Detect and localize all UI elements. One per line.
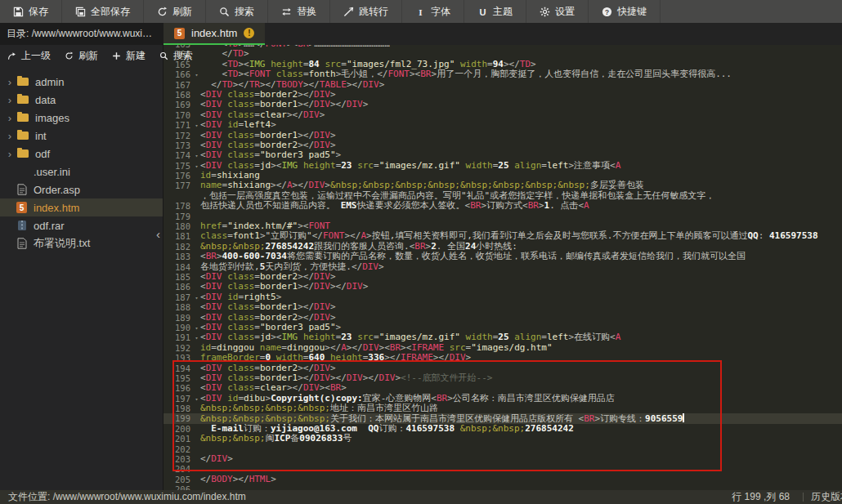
line-number: 196 [163, 383, 193, 393]
tree-folder-int[interactable]: ›int [0, 127, 163, 145]
code-editor[interactable]: 163 <TD>……</FONT><BR>……………………………………164 <… [163, 45, 842, 490]
replace-button[interactable]: 替换 [268, 0, 330, 23]
tree-item-label: Order.asp [34, 184, 80, 196]
toolbar: 保存全部保存刷新搜索替换跳转行I字体U主题设置?快捷键 [0, 0, 842, 23]
line-number: 201 [163, 434, 193, 444]
line-number: 188 [163, 302, 193, 312]
svg-text:?: ? [605, 7, 609, 16]
tree-folder-admin[interactable]: ›admin [0, 73, 163, 91]
history-version-button[interactable]: 历史版本 [804, 490, 842, 504]
code-line-201: 201&nbsp;&nbsp;闽ICP备09026833号 [163, 434, 842, 444]
svg-text:U: U [479, 7, 486, 16]
fold-toggle-icon[interactable]: ▾ [193, 332, 200, 343]
line-number: 193 [163, 353, 193, 363]
tree-folder-images[interactable]: ›images [0, 109, 163, 127]
code-text: &nbsp;&nbsp;闽ICP备09026833号 [200, 434, 352, 444]
line-number: 186 [163, 282, 193, 292]
chevron-right-icon: › [5, 76, 15, 88]
line-number: 200 [163, 424, 193, 434]
fold-toggle-icon[interactable]: ▾ [193, 160, 200, 172]
save-all-button[interactable]: 全部保存 [62, 0, 144, 23]
font-button[interactable]: I字体 [402, 0, 464, 23]
tab-index-htm[interactable]: 5 index.htm ! [163, 23, 265, 45]
code-line-203: 203</DIV> [163, 454, 842, 464]
file-tree-sidebar: 上一级刷新新建搜索 ›admin›data›images›int›odf.use… [0, 45, 163, 490]
folder-icon [17, 96, 29, 104]
tree-folder-data[interactable]: ›data [0, 91, 163, 109]
tree-file-odf.rar[interactable]: odf.rar [0, 216, 163, 234]
tree-file-.user.ini[interactable]: .user.ini [0, 163, 163, 181]
line-number: 176 [163, 171, 193, 181]
toolbar-button-label: 跳转行 [359, 5, 388, 19]
tree-folder-odf[interactable]: ›odf [0, 145, 163, 163]
chevron-right-icon: › [5, 112, 15, 124]
status-cursor-position: 行 199 ,列 68 [732, 490, 803, 504]
toolbar-button-label: 字体 [431, 5, 450, 19]
theme-button[interactable]: U主题 [464, 0, 526, 23]
settings-button[interactable]: 设置 [526, 0, 589, 23]
search-button[interactable]: 搜索 [206, 0, 268, 23]
tree-item-label: 布署说明.txt [34, 236, 90, 251]
new-file-button[interactable]: 新建 [111, 49, 146, 63]
sidebar-toolbar: 上一级刷新新建搜索 [0, 45, 163, 66]
tree-file-index.htm[interactable]: 5index.htm [0, 198, 163, 216]
app-window: { "toolbar": { "buttons": [ {"name":"sav… [0, 0, 842, 504]
line-number: 194 [163, 364, 193, 373]
tree-refresh-button[interactable]: 刷新 [64, 49, 98, 63]
tree-item-label: images [35, 112, 69, 124]
line-number: 195 [163, 373, 193, 383]
save-button[interactable]: 保存 [0, 0, 62, 23]
file-file-icon [17, 238, 27, 249]
refresh-icon [157, 7, 168, 17]
line-number: 199 [163, 413, 193, 423]
chevron-right-icon: › [5, 94, 15, 106]
tree-item-label: odf [35, 148, 50, 160]
toolbar-button-label: 保存 [29, 5, 48, 19]
code-line-202: 202 [163, 444, 842, 454]
search-icon [159, 51, 169, 61]
folder-icon [17, 114, 29, 122]
line-number: 167 [163, 80, 193, 90]
file-file-icon [17, 184, 27, 195]
fold-toggle-icon[interactable]: ▾ [193, 292, 200, 303]
toolbar-button-label: 全部保存 [91, 5, 130, 19]
sidebar-collapse-handle[interactable]: ‹ [156, 229, 160, 240]
fold-toggle-icon[interactable]: ▾ [193, 119, 200, 131]
fold-toggle-icon[interactable]: ▾ [193, 393, 200, 404]
fold-toggle-icon[interactable]: ▾ [193, 69, 200, 80]
rar-file-icon [17, 220, 27, 231]
up-level-button[interactable]: 上一级 [7, 49, 51, 63]
code-text: &nbsp;&nbsp;&nbsp;&nbsp;地址：南昌市湾里区竹山路 [200, 404, 438, 413]
tree-file-Order.asp[interactable]: Order.asp [0, 181, 163, 198]
file-tree: ›admin›data›images›int›odf.user.iniOrder… [0, 66, 163, 252]
line-number: 183 [163, 252, 193, 261]
tree-item-label: .user.ini [34, 166, 70, 178]
line-number: 202 [163, 444, 193, 454]
goto-line-button[interactable]: 跳转行 [330, 0, 402, 23]
refresh-button[interactable]: 刷新 [144, 0, 206, 23]
tree-search-button[interactable]: 搜索 [159, 49, 193, 63]
chevron-right-icon: › [5, 130, 15, 142]
toolbar-button-label: 主题 [493, 5, 513, 19]
tree-item-label: odf.rar [34, 220, 65, 232]
code-text: </BODY></HTML> [200, 475, 276, 484]
toolbar-button-label: 替换 [297, 5, 316, 19]
toolbar-button-label: 快捷键 [617, 5, 647, 19]
line-number: 166 [163, 69, 193, 79]
tree-item-label: data [35, 94, 56, 106]
tab-label: index.htm [191, 27, 237, 39]
theme-icon: U [477, 7, 488, 17]
shortcuts-button[interactable]: ?快捷键 [589, 0, 661, 23]
tree-file-布署说明.txt[interactable]: 布署说明.txt [0, 234, 163, 252]
code-line-198: 198&nbsp;&nbsp;&nbsp;&nbsp;地址：南昌市湾里区竹山路 [163, 404, 842, 413]
line-number: 197 [163, 394, 193, 404]
line-number: 175 [163, 161, 193, 171]
line-number: 189 [163, 313, 193, 323]
toolbar-button-label: 刷新 [172, 5, 192, 19]
html5-file-icon: 5 [174, 28, 185, 39]
line-number: 187 [163, 292, 193, 302]
line-number: 184 [163, 262, 193, 272]
folder-icon [17, 149, 29, 158]
warning-badge-icon: ! [244, 28, 254, 38]
status-bar: 文件位置: /www/wwwroot/www.wuximiu.com/index… [0, 490, 842, 504]
